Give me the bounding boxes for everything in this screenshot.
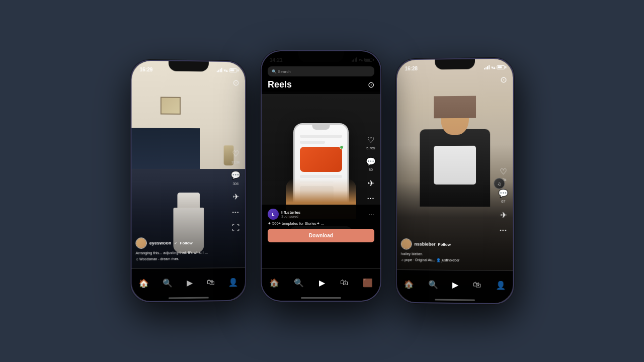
share-icon: ✈ [230, 192, 241, 203]
sponsor-avatar: L [268, 209, 279, 220]
more-button[interactable]: ··· [499, 227, 507, 235]
comment-count: 67 [501, 200, 505, 204]
comment-icon: 💬 [365, 156, 376, 167]
comment-count: 306 [232, 182, 238, 186]
comment-count: 80 [369, 168, 373, 171]
center-bottom-nav: 🏠 🔍 ▶ 🛍 🟫 [262, 268, 380, 301]
comment-button[interactable]: 💬 80 [365, 156, 376, 171]
music-text: ♫ pope · Original Au... 👤 justinbieber [400, 258, 459, 262]
follow-button[interactable]: Follow [438, 242, 450, 247]
wifi-icon: ▾▴ [223, 68, 227, 72]
fullscreen-button[interactable]: ⛶ [230, 222, 241, 233]
user-row: eyeswoon ✓ Follow [135, 237, 225, 249]
music-text: ♫ Woodsman - dream river. [135, 257, 179, 261]
nav-reels[interactable]: ▶ [186, 278, 192, 287]
left-bottom-nav: 🏠 🔍 ▶ 🛍 👤 [131, 267, 245, 301]
nav-shop[interactable]: 🛍 [206, 278, 214, 287]
music-row: ♫ pope · Original Au... 👤 justinbieber [400, 258, 492, 263]
comment-button[interactable]: 💬 67 [498, 188, 509, 204]
share-icon: ✈ [498, 210, 509, 221]
download-button[interactable]: Download [268, 229, 374, 242]
signal-bars [216, 68, 222, 72]
left-user-info: eyeswoon ✓ Follow Arranging this... adju… [135, 237, 225, 261]
nav-profile[interactable]: 👤 [495, 280, 505, 290]
right-time: 16:28 [405, 65, 417, 71]
sponsor-name[interactable]: lift.stories [281, 210, 366, 215]
right-bottom-nav: 🏠 🔍 ▶ 🛍 👤 [396, 269, 513, 304]
user-row: nssbieber Follow [400, 239, 492, 250]
nav-search[interactable]: 🔍 [428, 280, 438, 289]
right-screen: 16:28 ▾▴ ⊙ [396, 59, 513, 304]
heart-icon: ♡ [498, 166, 509, 177]
music-row: ♫ Woodsman - dream river. [135, 256, 225, 260]
search-label: 🔍 Search [272, 69, 291, 74]
share-button[interactable]: ✈ [365, 177, 376, 189]
more-button[interactable]: ··· [367, 195, 374, 203]
battery-icon [229, 68, 237, 72]
verified-badge: ✓ [174, 241, 177, 245]
camera-icon[interactable]: ⊙ [232, 78, 239, 87]
phones-container: 16:29 ▾▴ ⊙ [131, 55, 514, 307]
ad-description: ✦ 500+ templates for Stories✦ ... [268, 221, 374, 226]
battery-icon [497, 65, 505, 69]
reels-title-row: Reels ⊙ [268, 79, 374, 90]
phone-left: 16:29 ▾▴ ⊙ [130, 60, 246, 303]
sponsored-label: Sponsored [281, 215, 366, 218]
comment-button[interactable]: 💬 306 [230, 170, 241, 186]
home-indicator [434, 299, 474, 301]
nav-profile[interactable]: 🟫 [363, 278, 373, 288]
wall-frame [160, 97, 180, 115]
camera-icon[interactable]: ⊙ [368, 80, 374, 89]
heart-icon: ♡ [230, 148, 241, 159]
nav-home[interactable]: 🏠 [138, 278, 148, 288]
share-icon: ✈ [365, 177, 376, 189]
follow-button[interactable]: Follow [180, 241, 192, 245]
signal-bars [484, 65, 490, 69]
nav-profile[interactable]: 👤 [228, 278, 238, 287]
phone-right: 16:28 ▾▴ ⊙ [395, 57, 514, 304]
fullscreen-icon: ⛶ [230, 222, 241, 233]
right-user-info: nssbieber Follow hailey bieber. ♫ pope ·… [400, 239, 492, 263]
like-button[interactable]: ♡ 32,9k [230, 148, 241, 164]
comment-icon: 💬 [498, 188, 509, 199]
camera-icon[interactable]: ⊙ [500, 75, 507, 84]
left-time: 16:29 [139, 66, 152, 72]
more-options[interactable]: ··· [368, 210, 374, 218]
center-action-buttons: ♡ 5,769 💬 80 ✈ ··· [365, 134, 376, 203]
more-button[interactable]: ··· [232, 208, 239, 216]
phone-center: 14:21 ▾▴ 🔍 Search [261, 50, 381, 302]
heart-icon: ♡ [365, 134, 376, 145]
username[interactable]: nssbieber [414, 242, 435, 247]
nav-reels[interactable]: ▶ [452, 280, 458, 289]
nav-shop[interactable]: 🛍 [340, 278, 348, 287]
ad-info-bar: L lift.stories Sponsored ··· ✦ 500+ temp… [262, 205, 380, 245]
avatar [400, 239, 412, 250]
left-video-content [131, 61, 245, 302]
right-action-buttons: ♡ 20k 💬 67 ✈ ··· ♫ [498, 166, 509, 235]
nav-home[interactable]: 🏠 [404, 279, 414, 289]
share-button[interactable]: ✈ [230, 192, 241, 203]
nav-reels[interactable]: ▶ [318, 278, 325, 288]
nav-home[interactable]: 🏠 [269, 278, 279, 288]
home-indicator [168, 297, 208, 299]
like-count: 5,769 [366, 146, 375, 150]
search-bar[interactable]: 🔍 Search [268, 66, 374, 76]
center-header: 🔍 Search Reels ⊙ [262, 51, 380, 94]
nav-search[interactable]: 🔍 [294, 278, 304, 288]
wifi-icon: ▾▴ [491, 65, 495, 70]
inner-phone-mockup [293, 123, 349, 214]
left-status-bar: 16:29 ▾▴ [131, 61, 245, 76]
home-indicator [301, 297, 341, 299]
right-status-bar: 16:28 ▾▴ [396, 59, 513, 74]
share-button[interactable]: ✈ [498, 210, 509, 221]
reels-title: Reels [268, 79, 292, 90]
left-action-buttons: ♡ 32,9k 💬 306 ✈ ··· ⛶ [230, 148, 241, 233]
caption: hailey bieber. [400, 251, 492, 257]
sponsor-row: L lift.stories Sponsored ··· [268, 209, 374, 220]
like-count: 32,9k [231, 160, 239, 164]
nav-search[interactable]: 🔍 [163, 278, 173, 288]
left-screen: 16:29 ▾▴ ⊙ [131, 61, 245, 302]
username[interactable]: eyeswoon [149, 240, 171, 245]
nav-shop[interactable]: 🛍 [473, 280, 481, 289]
like-button[interactable]: ♡ 5,769 [365, 134, 376, 150]
